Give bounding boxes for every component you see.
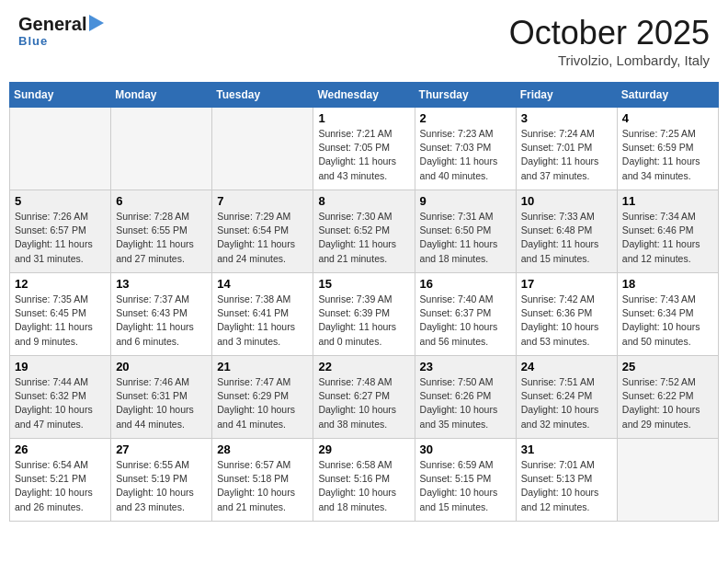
calendar-cell: 31Sunrise: 7:01 AMSunset: 5:13 PMDayligh…	[516, 439, 617, 522]
calendar-week-row: 26Sunrise: 6:54 AMSunset: 5:21 PMDayligh…	[10, 439, 719, 522]
month-title: October 2025	[509, 14, 710, 52]
logo-text: General	[18, 14, 86, 34]
day-info: Sunrise: 6:54 AMSunset: 5:21 PMDaylight:…	[15, 458, 106, 514]
calendar-cell	[617, 439, 718, 522]
day-number: 12	[15, 277, 106, 291]
calendar-cell: 21Sunrise: 7:47 AMSunset: 6:29 PMDayligh…	[212, 356, 313, 439]
day-header-friday: Friday	[516, 83, 617, 108]
day-number: 7	[217, 194, 308, 208]
calendar-header-row: SundayMondayTuesdayWednesdayThursdayFrid…	[10, 83, 719, 108]
day-info: Sunrise: 7:01 AMSunset: 5:13 PMDaylight:…	[521, 458, 612, 514]
day-number: 27	[116, 442, 207, 456]
calendar-cell: 15Sunrise: 7:39 AMSunset: 6:39 PMDayligh…	[313, 273, 415, 356]
day-info: Sunrise: 6:55 AMSunset: 5:19 PMDaylight:…	[116, 458, 207, 514]
calendar-cell: 26Sunrise: 6:54 AMSunset: 5:21 PMDayligh…	[10, 439, 111, 522]
calendar-cell: 6Sunrise: 7:28 AMSunset: 6:55 PMDaylight…	[111, 190, 212, 273]
calendar-cell: 12Sunrise: 7:35 AMSunset: 6:45 PMDayligh…	[10, 273, 111, 356]
day-number: 23	[420, 360, 511, 373]
calendar-week-row: 12Sunrise: 7:35 AMSunset: 6:45 PMDayligh…	[10, 273, 719, 356]
day-info: Sunrise: 7:24 AMSunset: 7:01 PMDaylight:…	[521, 127, 612, 183]
day-header-monday: Monday	[111, 83, 212, 108]
day-info: Sunrise: 7:43 AMSunset: 6:34 PMDaylight:…	[622, 293, 713, 349]
day-number: 28	[217, 442, 308, 456]
calendar-cell: 16Sunrise: 7:40 AMSunset: 6:37 PMDayligh…	[415, 273, 516, 356]
day-number: 14	[217, 277, 308, 291]
day-number: 6	[116, 194, 207, 208]
calendar-week-row: 1Sunrise: 7:21 AMSunset: 7:05 PMDaylight…	[10, 108, 719, 190]
calendar-cell: 20Sunrise: 7:46 AMSunset: 6:31 PMDayligh…	[111, 356, 212, 439]
calendar-cell: 11Sunrise: 7:34 AMSunset: 6:46 PMDayligh…	[617, 190, 718, 273]
calendar-cell: 17Sunrise: 7:42 AMSunset: 6:36 PMDayligh…	[516, 273, 617, 356]
day-info: Sunrise: 7:37 AMSunset: 6:43 PMDaylight:…	[116, 293, 207, 349]
day-header-tuesday: Tuesday	[212, 83, 313, 108]
day-info: Sunrise: 7:33 AMSunset: 6:48 PMDaylight:…	[521, 210, 612, 266]
day-header-thursday: Thursday	[415, 83, 516, 108]
logo-blue-text: Blue	[18, 34, 48, 48]
calendar-cell: 5Sunrise: 7:26 AMSunset: 6:57 PMDaylight…	[10, 190, 111, 273]
day-info: Sunrise: 7:42 AMSunset: 6:36 PMDaylight:…	[521, 293, 612, 349]
calendar-cell: 4Sunrise: 7:25 AMSunset: 6:59 PMDaylight…	[617, 108, 718, 190]
day-info: Sunrise: 7:35 AMSunset: 6:45 PMDaylight:…	[15, 293, 106, 349]
calendar-cell: 14Sunrise: 7:38 AMSunset: 6:41 PMDayligh…	[212, 273, 313, 356]
day-info: Sunrise: 7:30 AMSunset: 6:52 PMDaylight:…	[318, 210, 409, 266]
day-header-sunday: Sunday	[10, 83, 111, 108]
day-header-saturday: Saturday	[617, 83, 718, 108]
calendar-cell: 24Sunrise: 7:51 AMSunset: 6:24 PMDayligh…	[516, 356, 617, 439]
day-number: 18	[622, 277, 713, 291]
logo: General Blue	[18, 14, 104, 48]
calendar-cell: 29Sunrise: 6:58 AMSunset: 5:16 PMDayligh…	[313, 439, 415, 522]
calendar-cell: 10Sunrise: 7:33 AMSunset: 6:48 PMDayligh…	[516, 190, 617, 273]
day-info: Sunrise: 7:28 AMSunset: 6:55 PMDaylight:…	[116, 210, 207, 266]
day-info: Sunrise: 7:50 AMSunset: 6:26 PMDaylight:…	[420, 375, 511, 431]
calendar-cell: 23Sunrise: 7:50 AMSunset: 6:26 PMDayligh…	[415, 356, 516, 439]
day-info: Sunrise: 7:38 AMSunset: 6:41 PMDaylight:…	[217, 293, 308, 349]
day-number: 19	[15, 360, 106, 373]
calendar-week-row: 19Sunrise: 7:44 AMSunset: 6:32 PMDayligh…	[10, 356, 719, 439]
day-info: Sunrise: 7:40 AMSunset: 6:37 PMDaylight:…	[420, 293, 511, 349]
calendar-cell: 27Sunrise: 6:55 AMSunset: 5:19 PMDayligh…	[111, 439, 212, 522]
day-number: 20	[116, 360, 207, 373]
calendar-cell: 28Sunrise: 6:57 AMSunset: 5:18 PMDayligh…	[212, 439, 313, 522]
day-number: 17	[521, 277, 612, 291]
day-info: Sunrise: 7:21 AMSunset: 7:05 PMDaylight:…	[318, 127, 409, 183]
day-info: Sunrise: 7:48 AMSunset: 6:27 PMDaylight:…	[318, 375, 409, 431]
calendar-cell	[212, 108, 313, 190]
day-header-wednesday: Wednesday	[313, 83, 415, 108]
day-number: 3	[521, 111, 612, 125]
day-info: Sunrise: 7:39 AMSunset: 6:39 PMDaylight:…	[318, 293, 409, 349]
location: Trivolzio, Lombardy, Italy	[509, 52, 710, 68]
calendar-week-row: 5Sunrise: 7:26 AMSunset: 6:57 PMDaylight…	[10, 190, 719, 273]
day-info: Sunrise: 6:58 AMSunset: 5:16 PMDaylight:…	[318, 458, 409, 514]
day-number: 21	[217, 360, 308, 373]
day-number: 11	[622, 194, 713, 208]
day-number: 16	[420, 277, 511, 291]
calendar-cell: 19Sunrise: 7:44 AMSunset: 6:32 PMDayligh…	[10, 356, 111, 439]
calendar-cell: 18Sunrise: 7:43 AMSunset: 6:34 PMDayligh…	[617, 273, 718, 356]
calendar-table: SundayMondayTuesdayWednesdayThursdayFrid…	[9, 82, 719, 522]
day-info: Sunrise: 7:52 AMSunset: 6:22 PMDaylight:…	[622, 375, 713, 431]
calendar-cell: 25Sunrise: 7:52 AMSunset: 6:22 PMDayligh…	[617, 356, 718, 439]
calendar-cell: 8Sunrise: 7:30 AMSunset: 6:52 PMDaylight…	[313, 190, 415, 273]
day-info: Sunrise: 7:34 AMSunset: 6:46 PMDaylight:…	[622, 210, 713, 266]
calendar-cell: 30Sunrise: 6:59 AMSunset: 5:15 PMDayligh…	[415, 439, 516, 522]
day-info: Sunrise: 7:51 AMSunset: 6:24 PMDaylight:…	[521, 375, 612, 431]
day-number: 8	[318, 194, 409, 208]
day-info: Sunrise: 7:31 AMSunset: 6:50 PMDaylight:…	[420, 210, 511, 266]
calendar-cell: 7Sunrise: 7:29 AMSunset: 6:54 PMDaylight…	[212, 190, 313, 273]
day-number: 15	[318, 277, 409, 291]
day-info: Sunrise: 7:26 AMSunset: 6:57 PMDaylight:…	[15, 210, 106, 266]
day-info: Sunrise: 6:57 AMSunset: 5:18 PMDaylight:…	[217, 458, 308, 514]
day-info: Sunrise: 7:29 AMSunset: 6:54 PMDaylight:…	[217, 210, 308, 266]
day-number: 31	[521, 442, 612, 456]
calendar-cell: 2Sunrise: 7:23 AMSunset: 7:03 PMDaylight…	[415, 108, 516, 190]
day-number: 5	[15, 194, 106, 208]
day-number: 25	[622, 360, 713, 373]
day-number: 2	[420, 111, 511, 125]
calendar-cell	[10, 108, 111, 190]
day-number: 29	[318, 442, 409, 456]
day-number: 13	[116, 277, 207, 291]
day-number: 9	[420, 194, 511, 208]
day-number: 4	[622, 111, 713, 125]
day-info: Sunrise: 7:23 AMSunset: 7:03 PMDaylight:…	[420, 127, 511, 183]
logo-arrow-icon	[89, 15, 104, 31]
